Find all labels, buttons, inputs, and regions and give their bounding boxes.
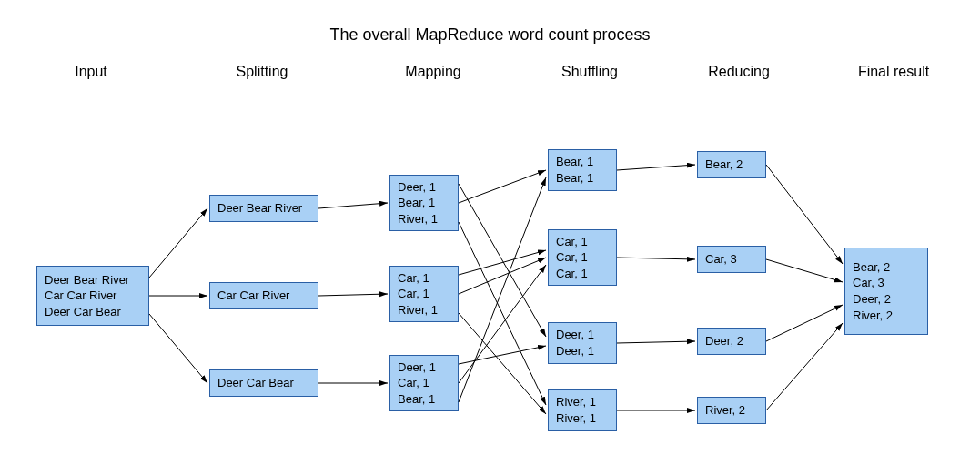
stage-reducing: Reducing xyxy=(693,64,784,80)
svg-line-2 xyxy=(149,314,207,383)
svg-line-0 xyxy=(149,208,207,278)
svg-line-20 xyxy=(766,259,843,282)
stage-shuffling: Shuffling xyxy=(544,64,635,80)
svg-line-16 xyxy=(617,258,695,259)
svg-line-13 xyxy=(459,265,546,383)
svg-line-22 xyxy=(766,323,843,410)
split-node-2: Car Car River xyxy=(209,282,318,309)
split-node-3: Deer Car Bear xyxy=(209,369,318,397)
svg-line-19 xyxy=(766,165,843,264)
svg-line-17 xyxy=(617,341,695,343)
reduce-node-river: River, 2 xyxy=(697,397,766,424)
svg-line-6 xyxy=(459,184,546,337)
shuffle-node-car: Car, 1 Car, 1 Car, 1 xyxy=(548,229,617,286)
reduce-node-deer: Deer, 2 xyxy=(697,328,766,355)
input-node: Deer Bear River Car Car River Deer Car B… xyxy=(36,266,149,326)
shuffle-node-bear: Bear, 1 Bear, 1 xyxy=(548,149,617,191)
svg-line-15 xyxy=(617,165,695,170)
svg-line-9 xyxy=(459,250,546,275)
final-result-node: Bear, 2 Car, 3 Deer, 2 River, 2 xyxy=(844,248,928,335)
diagram-title: The overall MapReduce word count process xyxy=(0,25,980,45)
svg-line-11 xyxy=(459,313,546,414)
svg-line-8 xyxy=(459,222,546,405)
svg-line-3 xyxy=(318,203,388,208)
map-node-2: Car, 1 Car, 1 River, 1 xyxy=(389,266,459,322)
svg-line-7 xyxy=(459,170,546,203)
stage-mapping: Mapping xyxy=(388,64,479,80)
stage-final: Final result xyxy=(839,64,948,80)
arrows-layer xyxy=(0,0,980,455)
svg-line-10 xyxy=(459,258,546,294)
svg-line-14 xyxy=(459,177,546,402)
svg-line-4 xyxy=(318,294,388,296)
reduce-node-car: Car, 3 xyxy=(697,246,766,273)
shuffle-node-river: River, 1 River, 1 xyxy=(548,389,617,431)
svg-line-12 xyxy=(459,346,546,364)
stage-input: Input xyxy=(55,64,127,80)
reduce-node-bear: Bear, 2 xyxy=(697,151,766,178)
stage-splitting: Splitting xyxy=(217,64,308,80)
map-node-1: Deer, 1 Bear, 1 River, 1 xyxy=(389,175,459,231)
split-node-1: Deer Bear River xyxy=(209,195,318,222)
svg-line-21 xyxy=(766,305,843,341)
map-node-3: Deer, 1 Car, 1 Bear, 1 xyxy=(389,355,459,411)
shuffle-node-deer: Deer, 1 Deer, 1 xyxy=(548,322,617,364)
